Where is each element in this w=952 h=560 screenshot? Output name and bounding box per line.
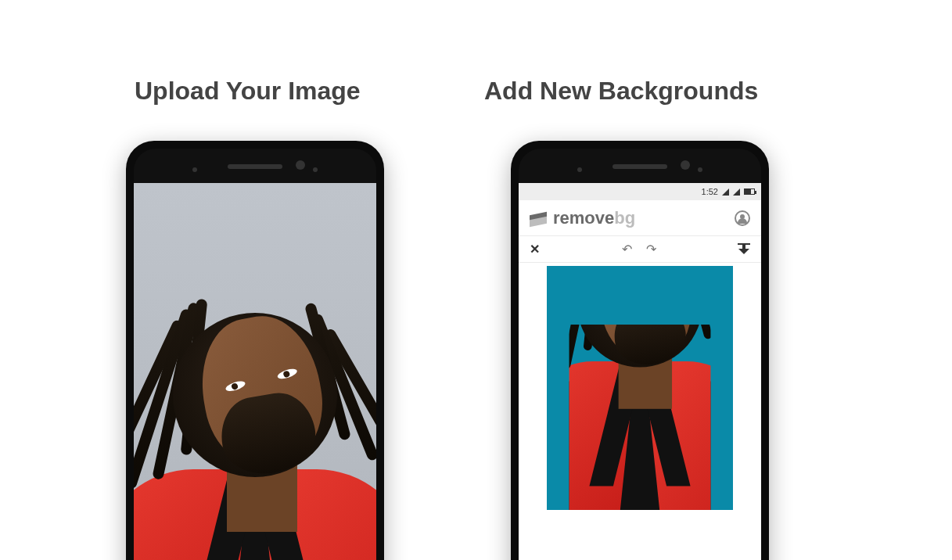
close-icon[interactable]: ✕	[530, 242, 540, 257]
uploaded-image	[134, 183, 376, 560]
undo-icon[interactable]: ↶	[622, 242, 632, 257]
editor-canvas-area	[519, 263, 761, 560]
logo-icon	[530, 210, 547, 227]
redo-icon[interactable]: ↷	[646, 242, 656, 257]
signal-icon	[733, 188, 740, 196]
wifi-icon	[722, 188, 729, 196]
account-icon[interactable]	[735, 210, 750, 226]
logo-text: removebg	[553, 208, 635, 228]
download-icon[interactable]	[738, 243, 750, 256]
heading-add-backgrounds: Add New Backgrounds	[484, 77, 758, 106]
edited-image[interactable]	[547, 266, 733, 510]
phone-mockup-right: 1:52 removebg ✕ ↶ ↷	[511, 141, 769, 560]
statusbar-time: 1:52	[702, 187, 718, 196]
battery-icon	[744, 188, 755, 195]
android-statusbar: 1:52	[519, 183, 761, 200]
app-logo[interactable]: removebg	[530, 208, 635, 228]
app-header: removebg	[519, 200, 761, 236]
editor-toolbar: ✕ ↶ ↷	[519, 236, 761, 263]
phone-mockup-left	[126, 141, 384, 560]
heading-upload: Upload Your Image	[135, 77, 361, 106]
